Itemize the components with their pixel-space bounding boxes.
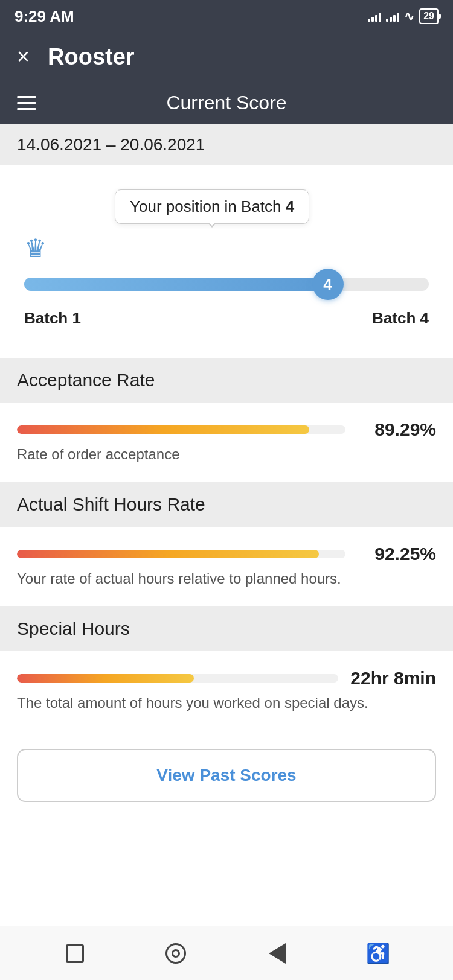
status-icons: ∿ 29 (368, 8, 439, 24)
crown-icon: ♛ (24, 234, 429, 263)
metric-header-2: Special Hours (0, 606, 453, 651)
date-range-bar: 14.06.2021 – 20.06.2021 (0, 124, 453, 165)
progress-track: 4 (24, 278, 429, 291)
batch-end-label: Batch 4 (372, 309, 429, 328)
circle-icon (165, 943, 186, 964)
progress-bubble: 4 (312, 269, 344, 300)
progress-fill: 4 (24, 278, 328, 291)
metric-bar-fill-1 (17, 550, 319, 558)
tooltip-batch-number: 4 (286, 197, 294, 215)
close-button[interactable]: × (17, 46, 30, 68)
progress-value: 4 (323, 275, 332, 294)
nav-square-button[interactable] (64, 943, 86, 964)
view-past-scores-button[interactable]: View Past Scores (17, 749, 436, 802)
progress-bar-container: 4 (24, 269, 429, 299)
app-title: Rooster (48, 44, 135, 70)
nav-back-button[interactable] (266, 943, 288, 964)
wifi-icon: ∿ (404, 9, 414, 24)
metric-header-1: Actual Shift Hours Rate (0, 482, 453, 527)
batch-section: Your position in Batch 4 ♛ 4 Batch 1 Bat… (0, 165, 453, 358)
batch-labels: Batch 1 Batch 4 (24, 309, 429, 328)
metric-value-0: 89.29% (358, 419, 436, 440)
accessibility-icon: ♿ (366, 942, 390, 965)
metric-bar-row-0: 89.29% (17, 419, 436, 440)
view-past-btn-container: View Past Scores (0, 731, 453, 820)
sub-header: Current Score (0, 81, 453, 124)
metric-header-0: Acceptance Rate (0, 358, 453, 402)
metrics-container: Acceptance Rate89.29%Rate of order accep… (0, 358, 453, 731)
sub-header-title: Current Score (166, 92, 286, 114)
metric-section-1: 92.25%Your rate of actual hours relative… (0, 527, 453, 606)
metric-bar-row-1: 92.25% (17, 544, 436, 564)
metric-section-0: 89.29%Rate of order acceptance (0, 402, 453, 482)
metric-description-2: The total amount of hours you worked on … (17, 695, 436, 711)
battery-icon: 29 (419, 8, 439, 24)
metric-description-0: Rate of order acceptance (17, 446, 436, 463)
metric-value-1: 92.25% (358, 544, 436, 564)
metric-description-1: Your rate of actual hours relative to pl… (17, 570, 436, 587)
metric-bar-track-2 (17, 674, 338, 682)
back-arrow-icon (269, 943, 286, 964)
status-bar: 9:29 AM ∿ 29 (0, 0, 453, 33)
tooltip-bubble: Your position in Batch 4 (115, 189, 309, 224)
batch-start-label: Batch 1 (24, 309, 81, 328)
metric-value-2: 22hr 8min (350, 668, 436, 689)
nav-accessibility-button[interactable]: ♿ (367, 943, 389, 964)
status-time: 9:29 AM (14, 7, 74, 26)
nav-home-button[interactable] (165, 943, 187, 964)
signal-icon-1 (368, 11, 381, 22)
metric-section-2: 22hr 8minThe total amount of hours you w… (0, 651, 453, 731)
metric-bar-track-0 (17, 425, 345, 434)
square-icon (66, 944, 84, 962)
metric-bar-track-1 (17, 550, 345, 558)
menu-icon[interactable] (17, 96, 36, 110)
metric-bar-fill-2 (17, 674, 194, 682)
date-range-text: 14.06.2021 – 20.06.2021 (17, 135, 205, 154)
circle-inner-icon (172, 949, 180, 958)
signal-icon-2 (386, 11, 399, 22)
bottom-nav: ♿ (0, 926, 453, 980)
app-bar: × Rooster (0, 33, 453, 81)
metric-bar-fill-0 (17, 425, 309, 434)
metric-bar-row-2: 22hr 8min (17, 668, 436, 689)
tooltip-text: Your position in Batch (130, 197, 286, 215)
